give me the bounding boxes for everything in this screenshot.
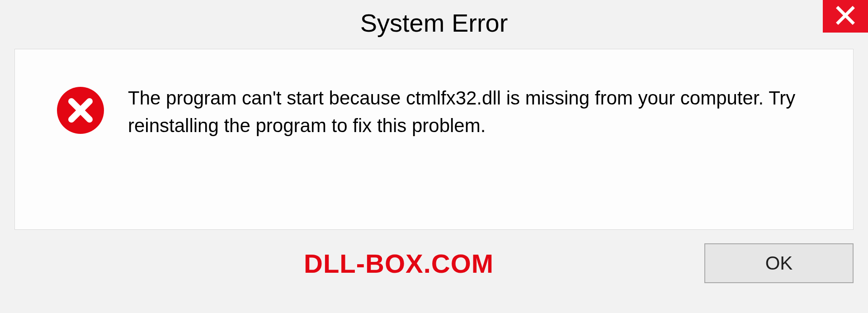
content-panel: The program can't start because ctmlfx32… [14, 49, 854, 230]
dialog-title: System Error [360, 8, 508, 38]
system-error-dialog: System Error The program can't start bec… [0, 0, 868, 313]
error-icon [56, 85, 105, 135]
error-message: The program can't start because ctmlfx32… [128, 81, 826, 140]
ok-button[interactable]: OK [704, 243, 854, 283]
watermark-text: DLL-BOX.COM [304, 248, 494, 279]
close-button[interactable] [823, 0, 868, 33]
close-icon [835, 5, 855, 27]
footer: DLL-BOX.COM OK [14, 243, 854, 283]
titlebar: System Error [0, 0, 868, 45]
